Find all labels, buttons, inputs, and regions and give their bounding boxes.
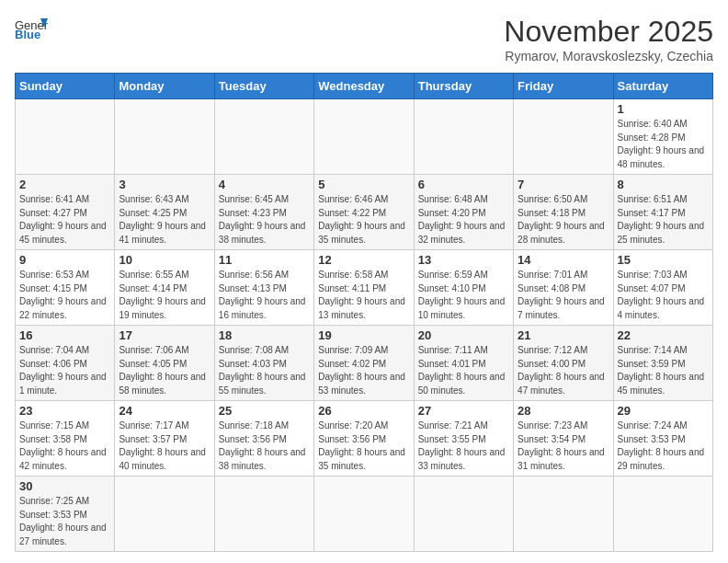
calendar-cell: 6Sunrise: 6:48 AM Sunset: 4:20 PM Daylig… [414,175,513,250]
calendar-cell [514,99,613,175]
calendar-cell: 15Sunrise: 7:03 AM Sunset: 4:07 PM Dayli… [613,250,712,326]
calendar-cell [115,477,214,552]
calendar-cell: 12Sunrise: 6:58 AM Sunset: 4:11 PM Dayli… [314,250,414,326]
calendar-subtitle: Rymarov, Moravskoslezsky, Czechia [504,49,713,63]
weekday-header-thursday: Thursday [414,74,513,99]
weekday-header-saturday: Saturday [613,74,712,99]
day-info: Sunrise: 6:53 AM Sunset: 4:15 PM Dayligh… [19,269,110,322]
calendar-cell: 16Sunrise: 7:04 AM Sunset: 4:06 PM Dayli… [16,326,115,401]
day-number: 1 [618,102,709,116]
day-number: 6 [418,178,509,191]
day-info: Sunrise: 6:46 AM Sunset: 4:22 PM Dayligh… [318,193,409,247]
weekday-header-row: SundayMondayTuesdayWednesdayThursdayFrid… [16,74,713,99]
calendar-cell: 5Sunrise: 6:46 AM Sunset: 4:22 PM Daylig… [314,175,414,250]
day-number: 2 [19,178,110,191]
day-info: Sunrise: 7:24 AM Sunset: 3:53 PM Dayligh… [618,419,709,473]
day-info: Sunrise: 6:40 AM Sunset: 4:28 PM Dayligh… [618,118,709,171]
day-number: 23 [19,404,110,418]
day-number: 10 [119,253,210,267]
day-number: 21 [518,328,609,342]
day-number: 25 [219,404,310,418]
calendar-cell [314,99,414,175]
day-info: Sunrise: 6:56 AM Sunset: 4:13 PM Dayligh… [219,269,310,322]
weekday-header-tuesday: Tuesday [214,74,313,99]
weekday-header-sunday: Sunday [16,74,115,99]
calendar-cell: 7Sunrise: 6:50 AM Sunset: 4:18 PM Daylig… [514,175,613,250]
calendar-cell: 30Sunrise: 7:25 AM Sunset: 3:53 PM Dayli… [16,477,115,552]
day-info: Sunrise: 6:51 AM Sunset: 4:17 PM Dayligh… [618,193,709,247]
calendar-cell: 27Sunrise: 7:21 AM Sunset: 3:55 PM Dayli… [414,401,513,477]
day-number: 26 [318,404,409,418]
calendar-cell: 8Sunrise: 6:51 AM Sunset: 4:17 PM Daylig… [613,175,712,250]
day-info: Sunrise: 6:55 AM Sunset: 4:14 PM Dayligh… [119,269,210,322]
calendar-cell: 23Sunrise: 7:15 AM Sunset: 3:58 PM Dayli… [16,401,115,477]
calendar-cell [214,477,313,552]
day-number: 12 [318,253,409,267]
day-number: 4 [219,178,310,191]
day-info: Sunrise: 7:25 AM Sunset: 3:53 PM Dayligh… [19,495,110,548]
day-number: 18 [219,328,310,342]
calendar-cell: 25Sunrise: 7:18 AM Sunset: 3:56 PM Dayli… [214,401,313,477]
day-number: 9 [19,253,110,267]
calendar-cell: 14Sunrise: 7:01 AM Sunset: 4:08 PM Dayli… [514,250,613,326]
title-area: November 2025 Rymarov, Moravskoslezsky, … [504,15,713,63]
calendar-cell: 28Sunrise: 7:23 AM Sunset: 3:54 PM Dayli… [514,401,613,477]
calendar-cell [16,99,115,175]
calendar-cell [414,99,513,175]
calendar-table: SundayMondayTuesdayWednesdayThursdayFrid… [15,73,713,552]
day-info: Sunrise: 6:48 AM Sunset: 4:20 PM Dayligh… [418,193,509,247]
calendar-cell: 29Sunrise: 7:24 AM Sunset: 3:53 PM Dayli… [613,401,712,477]
day-number: 3 [119,178,210,191]
calendar-cell: 24Sunrise: 7:17 AM Sunset: 3:57 PM Dayli… [115,401,214,477]
day-info: Sunrise: 6:58 AM Sunset: 4:11 PM Dayligh… [318,269,409,322]
calendar-cell: 22Sunrise: 7:14 AM Sunset: 3:59 PM Dayli… [613,326,712,401]
day-number: 7 [518,178,609,191]
calendar-cell: 18Sunrise: 7:08 AM Sunset: 4:03 PM Dayli… [214,326,313,401]
calendar-cell: 1Sunrise: 6:40 AM Sunset: 4:28 PM Daylig… [613,99,712,175]
calendar-cell [514,477,613,552]
day-number: 13 [418,253,509,267]
calendar-cell: 10Sunrise: 6:55 AM Sunset: 4:14 PM Dayli… [115,250,214,326]
day-number: 15 [618,253,709,267]
calendar-week-row: 2Sunrise: 6:41 AM Sunset: 4:27 PM Daylig… [16,175,713,250]
day-info: Sunrise: 7:21 AM Sunset: 3:55 PM Dayligh… [418,419,509,473]
day-info: Sunrise: 7:14 AM Sunset: 3:59 PM Dayligh… [618,344,709,397]
calendar-cell [414,477,513,552]
calendar-cell: 11Sunrise: 6:56 AM Sunset: 4:13 PM Dayli… [214,250,313,326]
calendar-cell: 4Sunrise: 6:45 AM Sunset: 4:23 PM Daylig… [214,175,313,250]
day-number: 30 [19,479,110,493]
weekday-header-wednesday: Wednesday [314,74,414,99]
weekday-header-monday: Monday [115,74,214,99]
weekday-header-friday: Friday [514,74,613,99]
day-info: Sunrise: 7:03 AM Sunset: 4:07 PM Dayligh… [618,269,709,322]
day-info: Sunrise: 6:45 AM Sunset: 4:23 PM Dayligh… [219,193,310,247]
day-info: Sunrise: 7:15 AM Sunset: 3:58 PM Dayligh… [19,419,110,473]
day-number: 28 [518,404,609,418]
calendar-cell [613,477,712,552]
day-info: Sunrise: 7:12 AM Sunset: 4:00 PM Dayligh… [518,344,609,397]
day-info: Sunrise: 7:04 AM Sunset: 4:06 PM Dayligh… [19,344,110,397]
day-info: Sunrise: 7:08 AM Sunset: 4:03 PM Dayligh… [219,344,310,397]
day-number: 17 [119,328,210,342]
day-number: 24 [119,404,210,418]
calendar-week-row: 9Sunrise: 6:53 AM Sunset: 4:15 PM Daylig… [16,250,713,326]
day-info: Sunrise: 7:18 AM Sunset: 3:56 PM Dayligh… [219,419,310,473]
calendar-title: November 2025 [504,15,713,49]
day-number: 8 [618,178,709,191]
calendar-cell: 3Sunrise: 6:43 AM Sunset: 4:25 PM Daylig… [115,175,214,250]
calendar-cell: 2Sunrise: 6:41 AM Sunset: 4:27 PM Daylig… [16,175,115,250]
calendar-cell: 20Sunrise: 7:11 AM Sunset: 4:01 PM Dayli… [414,326,513,401]
day-number: 29 [618,404,709,418]
calendar-week-row: 23Sunrise: 7:15 AM Sunset: 3:58 PM Dayli… [16,401,713,477]
day-number: 20 [418,328,509,342]
day-info: Sunrise: 7:01 AM Sunset: 4:08 PM Dayligh… [518,269,609,322]
calendar-cell: 9Sunrise: 6:53 AM Sunset: 4:15 PM Daylig… [16,250,115,326]
day-number: 27 [418,404,509,418]
day-number: 22 [618,328,709,342]
day-number: 19 [318,328,409,342]
calendar-cell [314,477,414,552]
day-number: 5 [318,178,409,191]
day-number: 11 [219,253,310,267]
calendar-cell: 17Sunrise: 7:06 AM Sunset: 4:05 PM Dayli… [115,326,214,401]
day-info: Sunrise: 6:59 AM Sunset: 4:10 PM Dayligh… [418,269,509,322]
